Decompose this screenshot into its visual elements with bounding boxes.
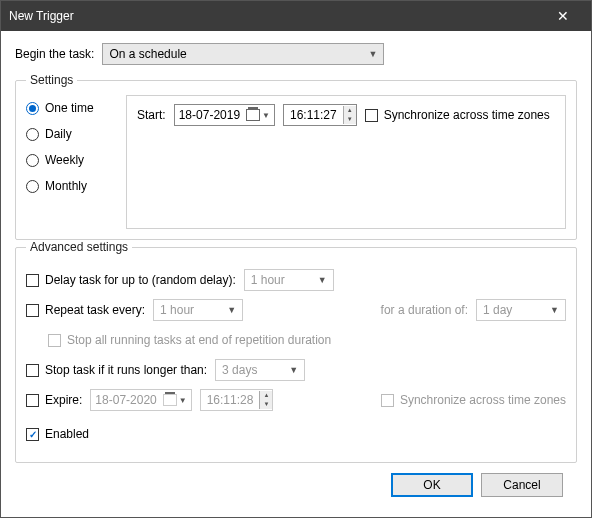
cancel-button[interactable]: Cancel: [481, 473, 563, 497]
sync-timezone-label: Synchronize across time zones: [384, 108, 550, 122]
chevron-down-icon: ▼: [179, 396, 187, 405]
expire-label: Expire:: [45, 393, 82, 407]
ok-button[interactable]: OK: [391, 473, 473, 497]
begin-task-combo[interactable]: On a schedule ▼: [102, 43, 384, 65]
enabled-label: Enabled: [45, 427, 89, 441]
start-time-input[interactable]: 16:11:27 ▲▼: [283, 104, 357, 126]
start-date-value: 18-07-2019: [179, 108, 240, 122]
chevron-down-icon: ▼: [289, 365, 298, 375]
chevron-down-icon: ▼: [318, 275, 327, 285]
chevron-down-icon: ▼: [227, 305, 236, 315]
duration-value: 1 day: [483, 303, 512, 317]
time-spinner[interactable]: ▲▼: [259, 391, 272, 409]
dialog-content: Begin the task: On a schedule ▼ Settings…: [1, 31, 591, 517]
advanced-legend: Advanced settings: [26, 240, 132, 254]
window-title: New Trigger: [9, 9, 543, 23]
title-bar: New Trigger ✕: [1, 1, 591, 31]
start-date-input[interactable]: 18-07-2019 ▼: [174, 104, 275, 126]
radio-label: One time: [45, 101, 94, 115]
settings-fieldset: Settings One time Daily Weekly Monthly: [15, 73, 577, 240]
schedule-options: One time Daily Weekly Monthly: [26, 95, 126, 229]
expire-time-value: 16:11:28: [201, 393, 260, 407]
delay-label: Delay task for up to (random delay):: [45, 273, 236, 287]
expire-date-input[interactable]: 18-07-2020 ▼: [90, 389, 191, 411]
calendar-icon: [246, 109, 260, 121]
time-spinner[interactable]: ▲▼: [343, 106, 356, 124]
expire-sync-checkbox: Synchronize across time zones: [381, 393, 566, 407]
chevron-down-icon: ▼: [368, 49, 377, 59]
delay-value: 1 hour: [251, 273, 285, 287]
repeat-combo[interactable]: 1 hour ▼: [153, 299, 243, 321]
stop-repeat-checkbox: Stop all running tasks at end of repetit…: [48, 333, 331, 347]
stop-longer-combo[interactable]: 3 days ▼: [215, 359, 305, 381]
settings-legend: Settings: [26, 73, 77, 87]
chevron-down-icon: ▼: [262, 111, 270, 120]
chevron-down-icon: ▼: [550, 305, 559, 315]
repeat-label: Repeat task every:: [45, 303, 145, 317]
sync-timezone-checkbox[interactable]: Synchronize across time zones: [365, 108, 550, 122]
radio-label: Daily: [45, 127, 72, 141]
radio-daily[interactable]: Daily: [26, 127, 126, 141]
radio-label: Monthly: [45, 179, 87, 193]
duration-label: for a duration of:: [381, 303, 468, 317]
stop-repeat-label: Stop all running tasks at end of repetit…: [67, 333, 331, 347]
radio-monthly[interactable]: Monthly: [26, 179, 126, 193]
dialog-footer: OK Cancel: [15, 463, 577, 507]
advanced-fieldset: Advanced settings Delay task for up to (…: [15, 240, 577, 463]
settings-panel: Start: 18-07-2019 ▼ 16:11:27 ▲▼ Synchron…: [126, 95, 566, 229]
expire-date-value: 18-07-2020: [95, 393, 156, 407]
stop-longer-checkbox[interactable]: Stop task if it runs longer than:: [26, 363, 207, 377]
radio-weekly[interactable]: Weekly: [26, 153, 126, 167]
enabled-checkbox[interactable]: Enabled: [26, 427, 89, 441]
duration-combo[interactable]: 1 day ▼: [476, 299, 566, 321]
delay-checkbox[interactable]: Delay task for up to (random delay):: [26, 273, 236, 287]
radio-label: Weekly: [45, 153, 84, 167]
delay-combo[interactable]: 1 hour ▼: [244, 269, 334, 291]
begin-task-value: On a schedule: [109, 47, 186, 61]
expire-time-input[interactable]: 16:11:28 ▲▼: [200, 389, 274, 411]
stop-longer-value: 3 days: [222, 363, 257, 377]
start-label: Start:: [137, 108, 166, 122]
close-icon[interactable]: ✕: [543, 8, 583, 24]
calendar-icon: [163, 394, 177, 406]
repeat-value: 1 hour: [160, 303, 194, 317]
stop-longer-label: Stop task if it runs longer than:: [45, 363, 207, 377]
repeat-checkbox[interactable]: Repeat task every:: [26, 303, 145, 317]
expire-checkbox[interactable]: Expire:: [26, 393, 82, 407]
begin-task-label: Begin the task:: [15, 47, 94, 61]
radio-one-time[interactable]: One time: [26, 101, 126, 115]
start-time-value: 16:11:27: [284, 108, 343, 122]
expire-sync-label: Synchronize across time zones: [400, 393, 566, 407]
